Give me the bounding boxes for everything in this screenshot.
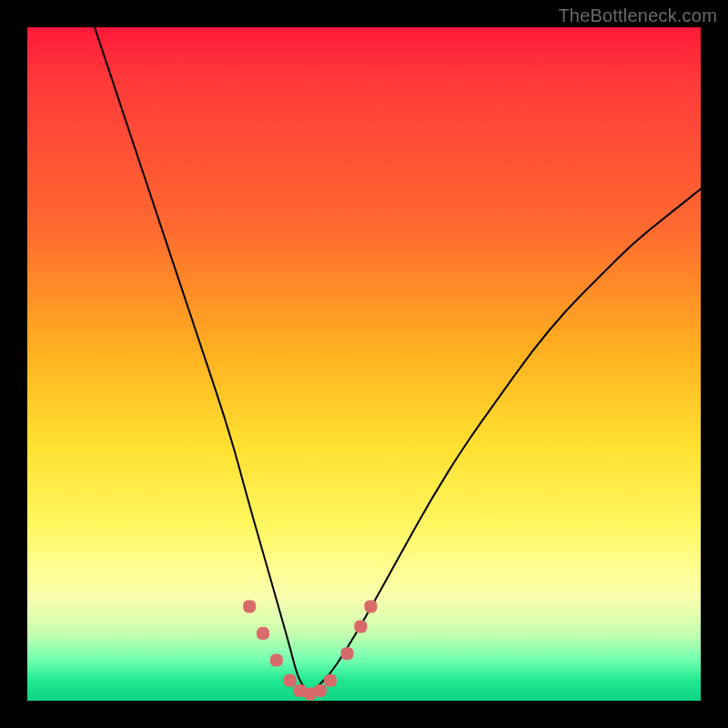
highlight-dot bbox=[324, 674, 337, 687]
plot-area bbox=[27, 27, 701, 701]
highlight-dot bbox=[354, 621, 367, 633]
highlight-dots bbox=[243, 600, 377, 700]
highlight-dot bbox=[243, 600, 256, 612]
highlight-dot bbox=[257, 627, 269, 640]
highlight-dot bbox=[364, 600, 377, 612]
bottleneck-curve bbox=[95, 27, 701, 693]
curve-layer bbox=[27, 27, 701, 701]
highlight-dot bbox=[270, 654, 283, 667]
highlight-dot bbox=[341, 647, 354, 660]
watermark-text: TheBottleneck.com bbox=[558, 5, 717, 26]
chart-container: TheBottleneck.com bbox=[0, 0, 728, 728]
highlight-dot bbox=[314, 684, 327, 697]
highlight-dot bbox=[284, 674, 297, 687]
